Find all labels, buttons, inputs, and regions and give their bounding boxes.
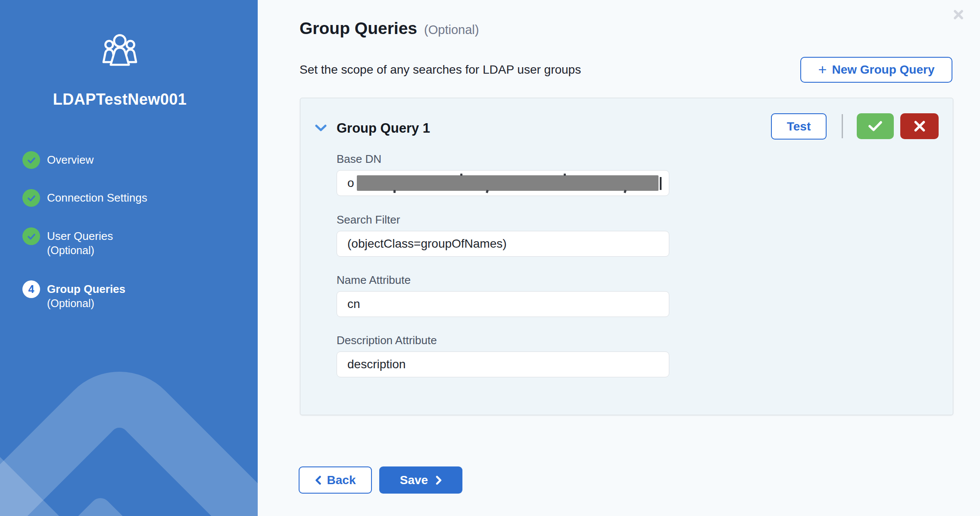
page-subtitle: Set the scope of any searches for LDAP u… [300,63,581,77]
watermark-logo-shape [0,345,258,516]
name-attribute-label: Name Attribute [337,273,669,287]
step-optional-note: (Optional) [47,297,94,309]
base-dn-visible-text: o [347,176,354,190]
step-label: Overview [47,153,94,166]
new-group-query-label: New Group Query [832,63,934,77]
connection-name-title: LDAPTestNew001 [0,90,240,109]
step-label: Group Queries [47,283,125,295]
step-number-badge: 4 [22,280,40,298]
redaction-bar [357,175,659,191]
search-filter-field: Search Filter (objectClass=groupOfNames) [337,213,669,257]
test-button-label: Test [787,120,811,134]
ldap-wizard-modal: LDAPTestNew001 Overview Connection Setti… [0,0,980,516]
test-button[interactable]: Test [771,113,827,140]
plus-icon: + [818,63,827,75]
wizard-main-panel: Group Queries (Optional) Set the scope o… [258,0,980,516]
description-attribute-field: Description Attribute description [337,333,669,377]
page-title-optional-suffix: (Optional) [424,23,479,37]
base-dn-input[interactable]: o [337,170,669,196]
step-label: Connection Settings [47,191,147,204]
back-button-label: Back [327,473,356,487]
sidebar-step-connection-settings[interactable]: Connection Settings [22,189,147,207]
step-complete-icon [22,189,40,207]
new-group-query-button[interactable]: + New Group Query [800,57,952,83]
save-button-label: Save [400,473,428,487]
back-button[interactable]: Back [299,466,372,494]
sidebar-step-group-queries[interactable]: 4 Group Queries (Optional) [22,280,125,311]
search-filter-label: Search Filter [337,213,669,227]
x-icon [914,120,926,132]
chevron-left-icon [315,476,321,485]
name-attribute-field: Name Attribute cn [337,273,669,317]
description-attribute-label: Description Attribute [337,333,669,347]
chevron-right-icon [436,476,442,485]
chevron-down-icon[interactable] [315,124,327,132]
wizard-sidebar: LDAPTestNew001 Overview Connection Setti… [0,0,258,516]
step-complete-icon [22,227,40,245]
delete-query-button[interactable] [900,113,939,139]
description-attribute-input[interactable]: description [337,351,669,377]
step-optional-note: (Optional) [47,244,94,256]
name-attribute-input[interactable]: cn [337,291,669,317]
group-query-title: Group Query 1 [337,121,430,136]
search-filter-input[interactable]: (objectClass=groupOfNames) [337,231,669,257]
group-query-card: Group Query 1 Test Base DN o [300,98,953,415]
group-people-icon [101,31,139,69]
save-button[interactable]: Save [379,466,462,494]
base-dn-label: Base DN [337,152,669,166]
page-header: Group Queries (Optional) [300,19,479,38]
sidebar-step-user-queries[interactable]: User Queries (Optional) [22,227,113,258]
base-dn-field: Base DN o [337,152,669,196]
step-label: User Queries [47,230,113,242]
button-divider [842,114,843,138]
redacted-glyph-fragment [660,177,662,190]
sidebar-step-overview[interactable]: Overview [22,151,94,169]
page-title: Group Queries [300,19,417,38]
close-icon[interactable] [951,7,966,22]
check-icon [868,121,883,132]
confirm-query-button[interactable] [857,113,894,139]
step-complete-icon [22,151,40,169]
